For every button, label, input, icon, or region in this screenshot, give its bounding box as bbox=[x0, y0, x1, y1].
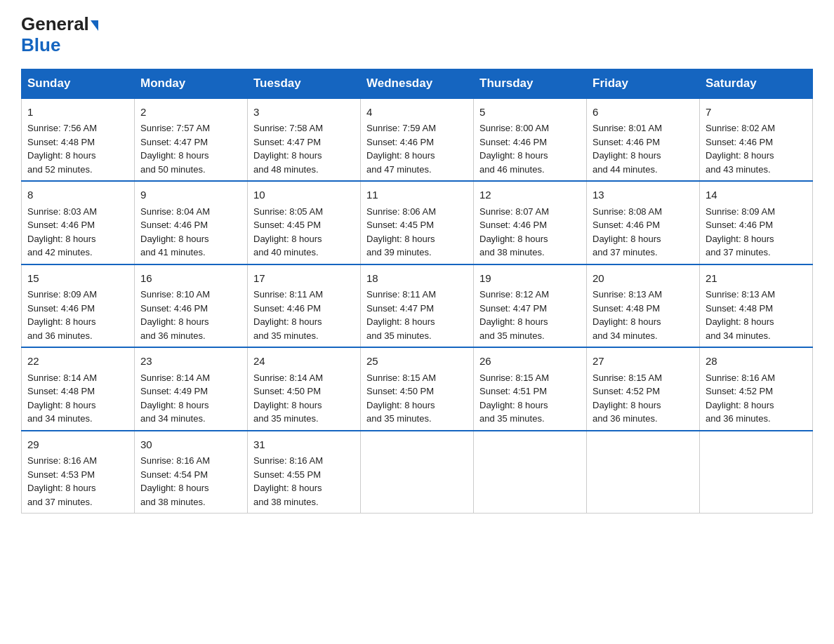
week-row-5: 29Sunrise: 8:16 AMSunset: 4:53 PMDayligh… bbox=[22, 431, 813, 514]
day-info: Sunrise: 8:16 AMSunset: 4:55 PMDaylight:… bbox=[253, 455, 323, 507]
day-info: Sunrise: 8:13 AMSunset: 4:48 PMDaylight:… bbox=[593, 289, 662, 341]
logo: General Blue bbox=[21, 14, 98, 56]
day-number: 4 bbox=[366, 105, 468, 121]
calendar-cell: 24Sunrise: 8:14 AMSunset: 4:50 PMDayligh… bbox=[248, 347, 361, 431]
calendar-cell: 22Sunrise: 8:14 AMSunset: 4:48 PMDayligh… bbox=[22, 347, 135, 431]
calendar-cell: 2Sunrise: 7:57 AMSunset: 4:47 PMDaylight… bbox=[135, 98, 248, 182]
calendar-cell bbox=[700, 431, 813, 514]
day-info: Sunrise: 8:16 AMSunset: 4:53 PMDaylight:… bbox=[27, 455, 97, 507]
day-number: 12 bbox=[479, 187, 581, 203]
week-row-4: 22Sunrise: 8:14 AMSunset: 4:48 PMDayligh… bbox=[22, 347, 813, 431]
calendar-table: SundayMondayTuesdayWednesdayThursdayFrid… bbox=[21, 69, 813, 514]
calendar-cell bbox=[361, 431, 474, 514]
calendar-cell: 25Sunrise: 8:15 AMSunset: 4:50 PMDayligh… bbox=[361, 347, 474, 431]
day-info: Sunrise: 8:12 AMSunset: 4:47 PMDaylight:… bbox=[479, 289, 549, 341]
day-number: 1 bbox=[27, 105, 128, 121]
week-row-2: 8Sunrise: 8:03 AMSunset: 4:46 PMDaylight… bbox=[22, 181, 813, 264]
calendar-cell: 30Sunrise: 8:16 AMSunset: 4:54 PMDayligh… bbox=[135, 431, 248, 514]
calendar-cell: 19Sunrise: 8:12 AMSunset: 4:47 PMDayligh… bbox=[474, 264, 587, 348]
calendar-cell: 17Sunrise: 8:11 AMSunset: 4:46 PMDayligh… bbox=[248, 264, 361, 348]
calendar-cell: 29Sunrise: 8:16 AMSunset: 4:53 PMDayligh… bbox=[22, 431, 135, 514]
logo-general-line: General bbox=[21, 14, 98, 34]
day-info: Sunrise: 8:06 AMSunset: 4:45 PMDaylight:… bbox=[366, 206, 436, 258]
day-info: Sunrise: 8:15 AMSunset: 4:50 PMDaylight:… bbox=[366, 373, 436, 424]
day-info: Sunrise: 8:11 AMSunset: 4:46 PMDaylight:… bbox=[253, 289, 323, 341]
day-info: Sunrise: 8:11 AMSunset: 4:47 PMDaylight:… bbox=[366, 289, 436, 341]
day-info: Sunrise: 8:15 AMSunset: 4:51 PMDaylight:… bbox=[479, 373, 549, 424]
week-row-1: 1Sunrise: 7:56 AMSunset: 4:48 PMDaylight… bbox=[22, 98, 813, 182]
header-thursday: Thursday bbox=[474, 69, 587, 98]
day-info: Sunrise: 8:16 AMSunset: 4:52 PMDaylight:… bbox=[706, 373, 775, 424]
day-info: Sunrise: 8:14 AMSunset: 4:49 PMDaylight:… bbox=[140, 373, 210, 424]
logo-blue-line: Blue bbox=[21, 34, 60, 56]
day-info: Sunrise: 7:57 AMSunset: 4:47 PMDaylight:… bbox=[140, 123, 210, 175]
day-number: 29 bbox=[27, 437, 128, 453]
day-info: Sunrise: 8:00 AMSunset: 4:46 PMDaylight:… bbox=[479, 123, 549, 175]
day-info: Sunrise: 8:09 AMSunset: 4:46 PMDaylight:… bbox=[27, 289, 97, 341]
calendar-cell: 20Sunrise: 8:13 AMSunset: 4:48 PMDayligh… bbox=[587, 264, 700, 348]
header-tuesday: Tuesday bbox=[248, 69, 361, 98]
calendar-cell: 12Sunrise: 8:07 AMSunset: 4:46 PMDayligh… bbox=[474, 181, 587, 264]
header-row: SundayMondayTuesdayWednesdayThursdayFrid… bbox=[22, 69, 813, 98]
calendar-cell: 26Sunrise: 8:15 AMSunset: 4:51 PMDayligh… bbox=[474, 347, 587, 431]
day-info: Sunrise: 8:02 AMSunset: 4:46 PMDaylight:… bbox=[706, 123, 775, 175]
day-number: 8 bbox=[27, 187, 128, 203]
day-number: 6 bbox=[593, 105, 694, 121]
calendar-cell: 1Sunrise: 7:56 AMSunset: 4:48 PMDaylight… bbox=[22, 98, 135, 182]
calendar-cell: 9Sunrise: 8:04 AMSunset: 4:46 PMDaylight… bbox=[135, 181, 248, 264]
day-info: Sunrise: 8:15 AMSunset: 4:52 PMDaylight:… bbox=[593, 373, 662, 424]
week-row-3: 15Sunrise: 8:09 AMSunset: 4:46 PMDayligh… bbox=[22, 264, 813, 348]
day-number: 22 bbox=[27, 354, 128, 370]
day-number: 18 bbox=[366, 271, 468, 287]
calendar-cell: 18Sunrise: 8:11 AMSunset: 4:47 PMDayligh… bbox=[361, 264, 474, 348]
calendar-cell: 8Sunrise: 8:03 AMSunset: 4:46 PMDaylight… bbox=[22, 181, 135, 264]
header-friday: Friday bbox=[587, 69, 700, 98]
day-number: 28 bbox=[706, 354, 807, 370]
day-number: 13 bbox=[593, 187, 694, 203]
day-number: 10 bbox=[253, 187, 355, 203]
day-info: Sunrise: 8:01 AMSunset: 4:46 PMDaylight:… bbox=[593, 123, 662, 175]
calendar-cell: 7Sunrise: 8:02 AMSunset: 4:46 PMDaylight… bbox=[700, 98, 813, 182]
calendar-cell: 4Sunrise: 7:59 AMSunset: 4:46 PMDaylight… bbox=[361, 98, 474, 182]
day-number: 7 bbox=[706, 105, 807, 121]
day-number: 25 bbox=[366, 354, 468, 370]
day-info: Sunrise: 8:10 AMSunset: 4:46 PMDaylight:… bbox=[140, 289, 210, 341]
header-wednesday: Wednesday bbox=[361, 69, 474, 98]
day-number: 16 bbox=[140, 271, 241, 287]
day-info: Sunrise: 8:09 AMSunset: 4:46 PMDaylight:… bbox=[706, 206, 775, 258]
calendar-cell bbox=[587, 431, 700, 514]
day-info: Sunrise: 8:05 AMSunset: 4:45 PMDaylight:… bbox=[253, 206, 323, 258]
calendar-cell: 10Sunrise: 8:05 AMSunset: 4:45 PMDayligh… bbox=[248, 181, 361, 264]
day-number: 20 bbox=[593, 271, 694, 287]
header-saturday: Saturday bbox=[700, 69, 813, 98]
calendar-cell: 14Sunrise: 8:09 AMSunset: 4:46 PMDayligh… bbox=[700, 181, 813, 264]
day-info: Sunrise: 8:14 AMSunset: 4:50 PMDaylight:… bbox=[253, 373, 323, 424]
day-number: 3 bbox=[253, 105, 355, 121]
calendar-cell: 21Sunrise: 8:13 AMSunset: 4:48 PMDayligh… bbox=[700, 264, 813, 348]
day-info: Sunrise: 8:14 AMSunset: 4:48 PMDaylight:… bbox=[27, 373, 97, 424]
day-number: 11 bbox=[366, 187, 468, 203]
day-number: 9 bbox=[140, 187, 241, 203]
calendar-cell: 15Sunrise: 8:09 AMSunset: 4:46 PMDayligh… bbox=[22, 264, 135, 348]
day-info: Sunrise: 8:07 AMSunset: 4:46 PMDaylight:… bbox=[479, 206, 549, 258]
day-number: 30 bbox=[140, 437, 241, 453]
day-number: 15 bbox=[27, 271, 128, 287]
calendar-cell: 11Sunrise: 8:06 AMSunset: 4:45 PMDayligh… bbox=[361, 181, 474, 264]
page-header: General Blue bbox=[21, 14, 813, 56]
day-number: 24 bbox=[253, 354, 355, 370]
calendar-cell: 3Sunrise: 7:58 AMSunset: 4:47 PMDaylight… bbox=[248, 98, 361, 182]
day-info: Sunrise: 8:08 AMSunset: 4:46 PMDaylight:… bbox=[593, 206, 662, 258]
day-number: 19 bbox=[479, 271, 581, 287]
day-info: Sunrise: 8:04 AMSunset: 4:46 PMDaylight:… bbox=[140, 206, 210, 258]
day-number: 14 bbox=[706, 187, 807, 203]
day-number: 5 bbox=[479, 105, 581, 121]
day-info: Sunrise: 7:59 AMSunset: 4:46 PMDaylight:… bbox=[366, 123, 436, 175]
day-info: Sunrise: 7:58 AMSunset: 4:47 PMDaylight:… bbox=[253, 123, 323, 175]
calendar-cell: 28Sunrise: 8:16 AMSunset: 4:52 PMDayligh… bbox=[700, 347, 813, 431]
day-number: 2 bbox=[140, 105, 241, 121]
day-number: 21 bbox=[706, 271, 807, 287]
header-sunday: Sunday bbox=[22, 69, 135, 98]
calendar-cell: 27Sunrise: 8:15 AMSunset: 4:52 PMDayligh… bbox=[587, 347, 700, 431]
day-info: Sunrise: 8:13 AMSunset: 4:48 PMDaylight:… bbox=[706, 289, 775, 341]
calendar-cell: 13Sunrise: 8:08 AMSunset: 4:46 PMDayligh… bbox=[587, 181, 700, 264]
